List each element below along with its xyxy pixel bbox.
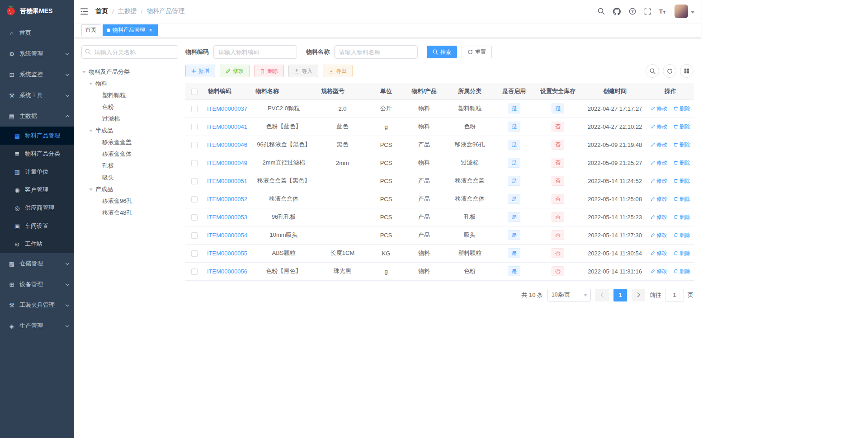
tree-node[interactable]: 移液盒盒体 [81,148,178,160]
item-code-link[interactable]: ITEM00000046 [207,141,247,148]
tree-node[interactable]: 半成品 [81,125,178,137]
breadcrumb-link[interactable]: 首页 [95,7,108,15]
table-row[interactable]: ITEM00000051 移液盒盒盖【黑色】 PCS 产品 移液盒盒盖 是 否 … [185,172,694,190]
sidebar-item[interactable]: ◈ 生产管理 [0,316,74,336]
row-edit-link[interactable]: 修改 [651,159,667,167]
item-code-link[interactable]: ITEM00000052 [207,196,247,203]
row-edit-link[interactable]: 修改 [651,105,667,113]
row-delete-link[interactable]: 删除 [674,268,690,275]
tree-node[interactable]: 产成品 [81,184,178,195]
next-page-button[interactable] [632,289,645,301]
add-button[interactable]: 新增 [185,65,215,77]
row-edit-link[interactable]: 修改 [651,213,667,221]
prev-page-button[interactable] [595,289,609,301]
row-delete-link[interactable]: 删除 [674,195,690,203]
question-icon[interactable]: ? [625,0,640,23]
row-delete-link[interactable]: 删除 [674,123,690,131]
sidebar-item[interactable]: ⚒ 工装夹具管理 [0,295,74,316]
tree-node[interactable]: 移液盒96孔 [81,195,178,207]
font-size-icon[interactable]: T T [655,0,671,23]
tree-node[interactable]: 移液盒48孔 [81,207,178,219]
item-code-link[interactable]: ITEM00000037 [207,105,247,112]
sidebar-item[interactable]: ⊡ 系统监控 [0,64,74,85]
table-row[interactable]: ITEM00000055 ABS颗粒 长度1CM KG 物料 塑料颗粒 是 否 … [185,244,694,262]
table-row[interactable]: ITEM00000041 色粉【蓝色】 蓝色 g 物料 色粉 是 否 2022-… [185,118,694,136]
row-delete-link[interactable]: 删除 [674,105,690,113]
item-code-link[interactable]: ITEM00000053 [207,214,247,221]
sidebar-item[interactable]: ⚒ 系统工具 [0,85,74,106]
row-checkbox[interactable] [191,214,198,221]
toggle-search-button[interactable] [646,64,659,78]
sidebar-item[interactable]: ⌂ 首页 [0,23,74,43]
item-code-link[interactable]: ITEM00000054 [207,232,247,239]
row-checkbox[interactable] [191,106,198,112]
row-edit-link[interactable]: 修改 [651,123,667,131]
code-filter-input[interactable] [213,45,297,59]
sidebar-item[interactable]: ◎ 供应商管理 [0,199,74,217]
sidebar-item[interactable]: ⊞ 设备管理 [0,274,74,295]
delete-button[interactable]: 删除 [254,65,284,77]
sidebar-item[interactable]: ▤ 主数据 [0,106,74,127]
item-code-link[interactable]: ITEM00000056 [207,268,247,275]
page-size-select[interactable]: 10条/页 [547,289,591,301]
row-checkbox[interactable] [191,250,198,257]
row-delete-link[interactable]: 删除 [674,159,690,167]
tree-node[interactable]: 移液盒盒盖 [81,137,178,148]
tree-node[interactable]: 孔板 [81,160,178,172]
item-code-link[interactable]: ITEM00000055 [207,250,247,257]
import-button[interactable]: 导入 [288,65,318,77]
goto-page-input[interactable] [665,289,684,301]
table-row[interactable]: ITEM00000056 色粉【黑色】 珠光黑 g 物料 色粉 是 否 2022… [185,262,694,280]
row-delete-link[interactable]: 删除 [674,231,690,239]
sidebar-item[interactable]: ▥ 计量单位 [0,163,74,181]
row-checkbox[interactable] [191,232,198,239]
breadcrumb-link[interactable]: 物料产品管理 [146,7,184,15]
sidebar-item[interactable]: ▩ 仓储管理 [0,253,74,274]
search-icon[interactable] [594,0,609,23]
reset-button[interactable]: 重置 [462,46,492,58]
row-delete-link[interactable]: 删除 [674,141,690,149]
row-checkbox[interactable] [191,160,198,166]
tab[interactable]: 首页 × [81,24,100,36]
user-menu[interactable] [675,5,696,18]
tree-node[interactable]: 过滤棉 [81,113,178,125]
tree-node[interactable]: 塑料颗粒 [81,89,178,101]
app-logo[interactable]: 苦糖果MES [0,0,74,23]
row-checkbox[interactable] [191,142,198,148]
page-number-button[interactable]: 1 [613,289,627,301]
sidebar-item[interactable]: ≣ 物料产品分类 [0,145,74,163]
search-button[interactable]: 搜索 [427,46,457,58]
fullscreen-icon[interactable] [640,0,655,23]
item-code-link[interactable]: ITEM00000051 [207,178,247,184]
table-row[interactable]: ITEM00000053 96孔孔板 PCS 产品 孔板 是 否 2022-05… [185,208,694,226]
row-delete-link[interactable]: 删除 [674,177,690,185]
sidebar-item[interactable]: ⊚ 工作站 [0,235,74,253]
github-icon[interactable] [609,0,625,23]
hamburger-icon[interactable] [80,8,93,15]
row-checkbox[interactable] [191,178,198,184]
edit-button[interactable]: 修改 [220,65,250,77]
row-checkbox[interactable] [191,196,198,203]
sidebar-item[interactable]: ◉ 客户管理 [0,181,74,199]
row-edit-link[interactable]: 修改 [651,177,667,185]
row-checkbox[interactable] [191,268,198,275]
row-delete-link[interactable]: 删除 [674,213,690,221]
tree-node[interactable]: 物料 [81,78,178,89]
breadcrumb-link[interactable]: 主数据 [118,7,137,15]
table-row[interactable]: ITEM00000049 2mm直径过滤棉 2mm PCS 物料 过滤棉 是 否… [185,154,694,172]
tree-node[interactable]: 吸头 [81,172,178,184]
table-row[interactable]: ITEM00000046 96孔移液盒【黑色】 黑色 PCS 产品 移液盒96孔… [185,136,694,154]
select-all-checkbox[interactable] [191,89,198,95]
tree-node[interactable]: 色粉 [81,101,178,113]
tree-node[interactable]: 物料及产品分类 [81,66,178,78]
sidebar-item[interactable]: ▣ 车间设置 [0,217,74,235]
item-code-link[interactable]: ITEM00000049 [207,160,247,166]
item-code-link[interactable]: ITEM00000041 [207,123,247,130]
table-row[interactable]: ITEM00000037 PVC2.0颗粒 2.0 公斤 物料 塑料颗粒 是 是… [185,99,694,118]
tab[interactable]: 物料产品管理 × [103,24,158,36]
table-row[interactable]: ITEM00000052 移液盒盒体 PCS 产品 移液盒盒体 是 否 2022… [185,190,694,208]
row-edit-link[interactable]: 修改 [651,250,667,257]
columns-button[interactable] [680,64,693,78]
avatar[interactable] [675,5,688,18]
row-edit-link[interactable]: 修改 [651,231,667,239]
